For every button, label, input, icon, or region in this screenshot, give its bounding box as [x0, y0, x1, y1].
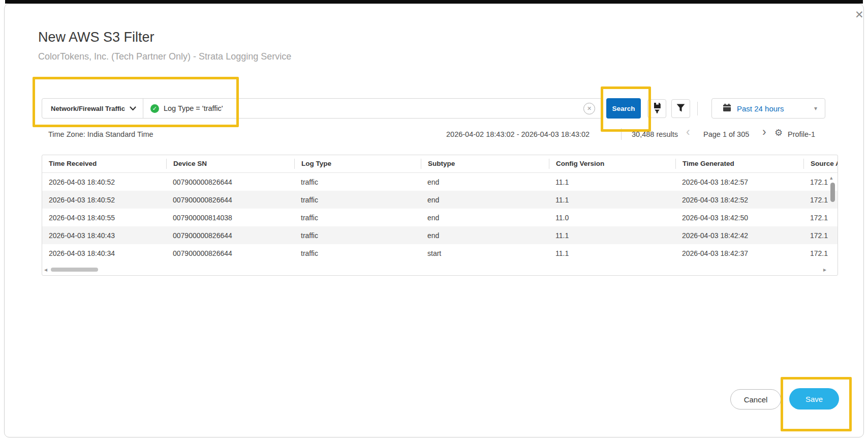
log-source-label: Network/Firewall Traffic [51, 105, 125, 112]
scroll-left-icon[interactable]: ◂ [44, 266, 47, 273]
page-title: New AWS S3 Filter [38, 30, 154, 45]
cell-config-version: 11.0 [549, 214, 675, 222]
cell-subtype: end [421, 178, 549, 186]
window-top-edge [5, 0, 863, 4]
table-header-row: Time Received Device SN Log Type Subtype… [42, 155, 838, 173]
cell-time-generated: 2026-04-03 18:42:52 [675, 196, 803, 204]
table-row[interactable]: 2026-04-03 18:40:43 007900000826644 traf… [42, 226, 838, 244]
table-row[interactable]: 2026-04-03 18:40:52 007900000826644 traf… [42, 191, 838, 209]
query-input[interactable] [230, 99, 583, 118]
cell-time-received: 2026-04-03 18:40:55 [42, 214, 166, 222]
column-header-subtype[interactable]: Subtype [421, 159, 549, 169]
prev-page-icon[interactable]: ‹ [686, 126, 690, 138]
cell-log-type: traffic [294, 214, 421, 222]
vertical-scroll-thumb[interactable] [830, 183, 835, 202]
caret-down-icon: ▾ [814, 105, 817, 112]
results-count: 30,488 results [632, 130, 678, 138]
date-range-label: 2026-04-02 18:43:02 - 2026-04-03 18:43:0… [446, 130, 590, 138]
results-table: Time Received Device SN Log Type Subtype… [42, 155, 838, 276]
cell-subtype: end [421, 196, 549, 204]
cell-device-sn: 007900000826644 [166, 178, 294, 186]
log-source-dropdown[interactable]: Network/Firewall Traffic [42, 99, 143, 118]
cell-device-sn: 007900000826644 [166, 249, 294, 257]
table-row[interactable]: 2026-04-03 18:40:55 007900000814038 traf… [42, 209, 838, 226]
column-header-source-address[interactable]: Source A [803, 159, 838, 169]
cell-config-version: 11.1 [549, 249, 675, 257]
cell-log-type: traffic [294, 178, 421, 186]
horizontal-scrollbar[interactable]: ◂ ▸ [44, 266, 826, 274]
cell-device-sn: 007900000826644 [166, 196, 294, 204]
filter-chip-label: Log Type = 'traffic' [164, 104, 223, 112]
save-query-icon [652, 102, 662, 115]
save-button[interactable]: Save [789, 388, 839, 410]
query-bar: Network/Firewall Traffic ✓ Log Type = 't… [42, 98, 602, 119]
clear-query-icon[interactable]: ✕ [583, 103, 595, 114]
funnel-icon [676, 103, 686, 114]
divider [697, 102, 698, 115]
vertical-scrollbar[interactable]: ▴ [829, 173, 836, 260]
save-query-button[interactable] [647, 99, 666, 118]
column-header-log-type[interactable]: Log Type [294, 159, 421, 169]
cell-log-type: traffic [294, 231, 421, 240]
table-row[interactable]: 2026-04-03 18:40:52 007900000826644 traf… [42, 173, 838, 191]
table-row[interactable]: 2026-04-03 18:40:34 007900000826644 traf… [42, 244, 838, 262]
cell-time-received: 2026-04-03 18:40:34 [42, 249, 166, 257]
horizontal-scroll-thumb[interactable] [51, 268, 98, 272]
valid-check-icon: ✓ [150, 104, 159, 113]
time-range-label: Past 24 hours [737, 104, 809, 113]
filter-button[interactable] [671, 99, 690, 118]
cell-log-type: traffic [294, 196, 421, 204]
cell-time-received: 2026-04-03 18:40:52 [42, 178, 166, 186]
column-header-time-generated[interactable]: Time Generated [675, 159, 803, 169]
cell-device-sn: 007900000814038 [166, 214, 294, 222]
cell-log-type: traffic [294, 249, 421, 257]
time-range-dropdown[interactable]: Past 24 hours ▾ [711, 98, 825, 119]
cell-time-received: 2026-04-03 18:40:43 [42, 231, 166, 240]
cell-device-sn: 007900000826644 [166, 231, 294, 240]
cell-config-version: 11.1 [549, 231, 675, 240]
profile-selector[interactable]: Profile-1 [788, 130, 815, 138]
cell-config-version: 11.1 [549, 196, 675, 204]
search-button[interactable]: Search [606, 98, 641, 119]
scroll-right-icon[interactable]: ▸ [823, 266, 826, 273]
cell-subtype: end [421, 214, 549, 222]
page-indicator: Page 1 of 305 [703, 130, 749, 138]
table-body: 2026-04-03 18:40:52 007900000826644 traf… [42, 173, 838, 262]
column-header-config-version[interactable]: Config Version [549, 159, 675, 169]
column-header-time-received[interactable]: Time Received [42, 159, 166, 169]
next-page-icon[interactable]: › [762, 126, 766, 138]
calendar-icon [723, 103, 731, 114]
chevron-down-icon [130, 104, 136, 113]
divider [621, 128, 622, 140]
cancel-button[interactable]: Cancel [730, 389, 781, 410]
cell-subtype: start [421, 249, 549, 257]
cell-time-generated: 2026-04-03 18:42:57 [675, 178, 803, 186]
cell-time-generated: 2026-04-03 18:42:42 [675, 231, 803, 240]
filter-chip[interactable]: ✓ Log Type = 'traffic' [143, 99, 230, 118]
column-header-device-sn[interactable]: Device SN [166, 159, 294, 169]
timezone-label: Time Zone: India Standard Time [48, 130, 153, 138]
cell-subtype: end [421, 231, 549, 240]
cell-time-generated: 2026-04-03 18:42:37 [675, 249, 803, 257]
cell-config-version: 11.1 [549, 178, 675, 186]
page-subtitle: ColorTokens, Inc. (Tech Partner Only) - … [38, 51, 291, 62]
cell-time-received: 2026-04-03 18:40:52 [42, 196, 166, 204]
scroll-up-icon[interactable]: ▴ [830, 174, 833, 181]
cell-time-generated: 2026-04-03 18:42:50 [675, 214, 803, 222]
gear-icon[interactable]: ⚙ [774, 128, 783, 137]
close-icon[interactable]: ✕ [855, 9, 864, 20]
